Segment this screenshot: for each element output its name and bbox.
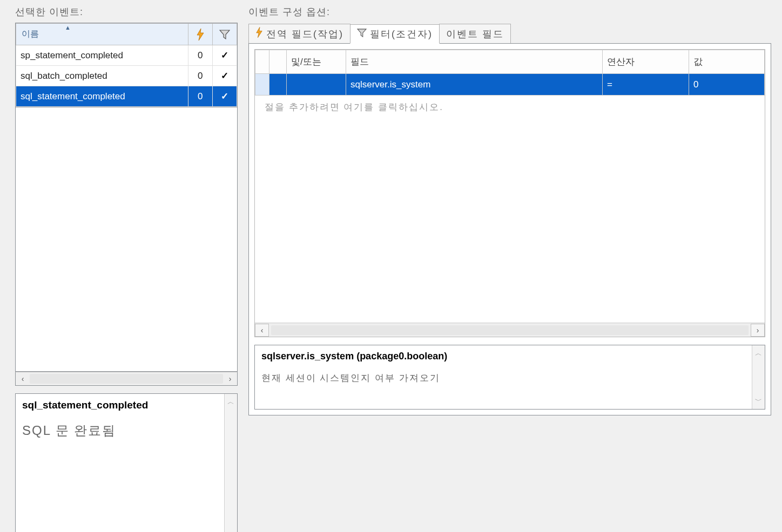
- check-icon: ✓: [221, 50, 228, 60]
- add-clause-hint[interactable]: 절을 추가하려면 여기를 클릭하십시오.: [255, 96, 765, 119]
- filter-row[interactable]: sqlserver.is_system = 0: [255, 74, 765, 96]
- check-icon: ✓: [221, 71, 228, 81]
- scroll-up-arrow-icon[interactable]: ︿: [752, 349, 765, 358]
- event-row[interactable]: sp_statement_completed 0 ✓: [16, 45, 237, 66]
- event-hscrollbar[interactable]: ‹ ›: [15, 372, 238, 386]
- filter-grid: 및/또는 필드 연산자 값 sqlserver.is_system =: [254, 49, 765, 337]
- tab-label: 필터(조건자): [370, 28, 433, 40]
- fg-cell-operator[interactable]: =: [603, 74, 689, 96]
- event-filter-header[interactable]: [212, 24, 237, 45]
- scroll-left-arrow-icon[interactable]: ‹: [16, 372, 30, 385]
- desc-text: SQL 문 완료됨: [22, 422, 218, 439]
- desc-vscrollbar[interactable]: ︿ ﹀: [224, 394, 237, 532]
- desc-title: sql_statement_completed: [22, 399, 218, 411]
- lightning-icon: [255, 27, 263, 40]
- info-vscrollbar[interactable]: ︿ ﹀: [752, 345, 765, 409]
- fg-header-value[interactable]: 값: [689, 50, 765, 74]
- selected-events-label: 선택한 이벤트:: [15, 5, 238, 18]
- fg-cell-andor[interactable]: [287, 74, 346, 96]
- scroll-up-arrow-icon[interactable]: ︿: [225, 397, 237, 407]
- tab-label: 이벤트 필드: [446, 28, 504, 40]
- filter-config-panel: 및/또는 필드 연산자 값 sqlserver.is_system =: [248, 43, 771, 415]
- event-name-cell: sql_statement_completed: [16, 86, 188, 107]
- event-count-cell: 0: [188, 66, 212, 86]
- fg-cell-btn[interactable]: [269, 74, 287, 96]
- event-row-selected[interactable]: sql_statement_completed 0 ✓: [16, 86, 237, 107]
- fg-header-field[interactable]: 필드: [346, 50, 603, 74]
- fg-header-blank1: [255, 50, 269, 74]
- event-count-cell: 0: [188, 86, 212, 107]
- event-row[interactable]: sql_batch_completed 0 ✓: [16, 66, 237, 86]
- event-filter-cell: ✓: [212, 66, 237, 86]
- event-name-cell: sql_batch_completed: [16, 66, 188, 86]
- filter-hscrollbar[interactable]: ‹ ›: [255, 323, 765, 337]
- tab-global-fields[interactable]: 전역 필드(작업): [248, 24, 350, 43]
- scroll-left-arrow-icon[interactable]: ‹: [255, 324, 269, 337]
- tab-label: 전역 필드(작업): [266, 28, 343, 40]
- scroll-right-arrow-icon[interactable]: ›: [751, 324, 765, 337]
- event-table: 이름 ▲: [16, 23, 237, 107]
- scroll-track[interactable]: [271, 325, 749, 335]
- event-name-header-text: 이름: [22, 29, 39, 38]
- sort-ascending-icon: ▲: [65, 24, 71, 31]
- filter-icon: [357, 29, 367, 40]
- info-title: sqlserver.is_system (package0.boolean): [261, 351, 745, 362]
- scroll-down-arrow-icon[interactable]: ﹀: [752, 396, 765, 406]
- event-list-panel: 이름 ▲: [15, 23, 238, 107]
- field-info-panel: sqlserver.is_system (package0.boolean) 현…: [254, 345, 765, 410]
- filter-icon: [219, 29, 230, 38]
- event-description-panel: sql_statement_completed SQL 문 완료됨 ︿ ﹀: [15, 393, 238, 532]
- fg-cell-indent: [255, 74, 269, 96]
- fg-cell-value[interactable]: 0: [689, 74, 765, 96]
- fg-header-operator[interactable]: 연산자: [603, 50, 689, 74]
- tab-filter-predicate[interactable]: 필터(조건자): [350, 24, 440, 44]
- event-filter-cell: ✓: [212, 45, 237, 66]
- check-icon: ✓: [221, 91, 228, 101]
- fg-header-andor[interactable]: 및/또는: [287, 50, 346, 74]
- event-name-header[interactable]: 이름 ▲: [16, 24, 188, 45]
- event-body-blank: [15, 107, 238, 372]
- tab-row: 전역 필드(작업) 필터(조건자) 이벤트 필드: [248, 23, 771, 43]
- scroll-track[interactable]: [30, 374, 223, 384]
- info-text: 현재 세션이 시스템인지 여부 가져오기: [261, 372, 745, 384]
- lightning-icon: [196, 29, 205, 38]
- scroll-right-arrow-icon[interactable]: ›: [223, 372, 237, 385]
- fg-cell-field[interactable]: sqlserver.is_system: [346, 74, 603, 96]
- event-filter-cell: ✓: [212, 86, 237, 107]
- event-name-cell: sp_statement_completed: [16, 45, 188, 66]
- config-options-label: 이벤트 구성 옵션:: [248, 5, 771, 18]
- fg-header-blank2: [269, 50, 287, 74]
- tab-event-fields[interactable]: 이벤트 필드: [439, 24, 511, 43]
- event-count-header[interactable]: [188, 24, 212, 45]
- event-count-cell: 0: [188, 45, 212, 66]
